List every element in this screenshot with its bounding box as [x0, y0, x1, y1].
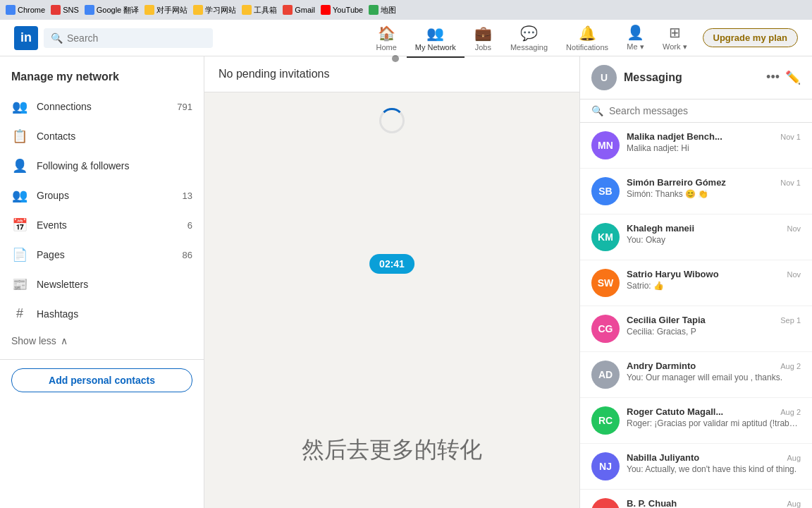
- learning-icon: [193, 5, 203, 15]
- nav-work[interactable]: ⊞ Work ▾: [654, 21, 696, 54]
- sidebar-item-contacts[interactable]: 📋 Contacts: [0, 121, 204, 151]
- maps-icon: [369, 5, 379, 15]
- conversation-time: Aug 2: [780, 362, 801, 370]
- tools-icon: [242, 5, 252, 15]
- conversation-time: Nov 1: [780, 179, 801, 187]
- tab-translate[interactable]: Google 翻译: [85, 5, 140, 16]
- nav-me[interactable]: 👤 Me ▾: [618, 21, 653, 54]
- conversation-body: Roger Catuto Magall... Aug 2 Roger: ¡Gra…: [627, 406, 801, 428]
- main-nav: 🏠 Home 👥 My Network 💼 Jobs 💬 Messaging 🔔…: [367, 21, 798, 54]
- more-options-icon[interactable]: •••: [766, 70, 780, 85]
- message-list-item[interactable]: AD Andry Darminto Aug 2 You: Our manager…: [580, 352, 812, 398]
- main-layout: Manage my network 👥 Connections 791 📋 Co…: [0, 56, 812, 508]
- conversation-body: Malika nadjet Bench... Nov 1 Malika nadj…: [627, 131, 801, 153]
- conversation-time: Aug 2: [780, 408, 801, 416]
- conversation-avatar: RC: [591, 406, 620, 435]
- conversation-preview: You: Our manager will email you , thanks…: [627, 373, 801, 382]
- conversation-time: Aug: [787, 454, 801, 462]
- message-list-item[interactable]: KM Khalegh maneii Nov You: Okay: [580, 214, 812, 260]
- no-pending-banner: No pending invitations: [204, 56, 579, 92]
- conversation-preview: Malika nadjet: Hi: [627, 143, 801, 153]
- nav-my-network[interactable]: 👥 My Network: [407, 22, 465, 54]
- youtube-icon: [321, 5, 331, 15]
- conversation-name: Satrio Haryu Wibowo: [627, 269, 719, 279]
- conversation-time: Nov 1: [780, 133, 801, 141]
- nav-home[interactable]: 🏠 Home: [367, 22, 405, 54]
- sidebar-item-events[interactable]: 📅 Events 6: [0, 210, 204, 240]
- browser-bar: Chrome SNS Google 翻译 对手网站 学习网站 工具箱 Gmail…: [0, 0, 812, 20]
- messaging-title: Messaging: [624, 71, 759, 84]
- conversation-name: B. P. Chuah: [627, 498, 677, 508]
- message-search-bar[interactable]: 🔍: [580, 99, 812, 123]
- sidebar-item-hashtags[interactable]: # Hashtags: [0, 299, 204, 328]
- message-list-item[interactable]: MN Malika nadjet Bench... Nov 1 Malika n…: [580, 123, 812, 169]
- contacts-icon: 📋: [11, 128, 28, 144]
- linkedin-logo[interactable]: in: [14, 26, 38, 50]
- hashtags-icon: #: [11, 306, 28, 321]
- tab-chrome[interactable]: Chrome: [6, 5, 45, 15]
- conversation-name: Malika nadjet Bench...: [627, 131, 722, 142]
- nav-notifications[interactable]: 🔔 Notifications: [558, 22, 617, 54]
- tab-tools[interactable]: 工具箱: [242, 5, 277, 16]
- compose-icon[interactable]: ✏️: [785, 70, 801, 85]
- tab-maps[interactable]: 地图: [369, 5, 396, 16]
- sidebar: Manage my network 👥 Connections 791 📋 Co…: [0, 56, 204, 508]
- nav-messaging[interactable]: 💬 Messaging: [502, 22, 556, 54]
- conversation-time: Nov: [787, 270, 801, 279]
- messaging-header-icons: ••• ✏️: [766, 70, 801, 85]
- conversation-preview: Roger: ¡Gracias por validar mi aptitud (…: [627, 418, 801, 428]
- messaging-panel: U Messaging ••• ✏️ 🔍 MN Malika nadjet Be…: [579, 56, 812, 508]
- linkedin-header: in 🔍 🏠 Home 👥 My Network 💼 Jobs 💬 Messag…: [0, 20, 812, 56]
- search-bar[interactable]: 🔍: [44, 28, 213, 48]
- chinese-text-overlay: 然后去更多的转化: [302, 435, 482, 466]
- message-search-input[interactable]: [609, 105, 801, 116]
- search-icon: 🔍: [51, 32, 63, 44]
- message-list-item[interactable]: SB Simón Barreiro Gómez Nov 1 Simón: Tha…: [580, 169, 812, 214]
- sidebar-item-newsletters[interactable]: 📰 Newsletters: [0, 270, 204, 299]
- conversation-preview: You: Actually, we don't have this kind o…: [627, 464, 801, 474]
- work-icon: ⊞: [669, 24, 681, 41]
- tab-competitor[interactable]: 对手网站: [144, 5, 187, 16]
- sidebar-item-connections[interactable]: 👥 Connections 791: [0, 92, 204, 121]
- nav-jobs[interactable]: 💼 Jobs: [466, 22, 500, 54]
- conversation-name: Nabilla Juliyanto: [627, 452, 699, 463]
- add-contacts-button[interactable]: Add personal contacts: [11, 368, 192, 392]
- conversation-time: Aug: [787, 500, 801, 508]
- conversation-body: Satrio Haryu Wibowo Nov Satrio: 👍: [627, 269, 801, 291]
- conversation-preview: Satrio: 👍: [627, 281, 801, 291]
- upgrade-button[interactable]: Upgrade my plan: [703, 28, 798, 47]
- sns-icon: [51, 5, 61, 15]
- sidebar-divider: [0, 359, 204, 360]
- tab-sns[interactable]: SNS: [51, 5, 79, 15]
- conversation-avatar: AD: [591, 361, 620, 389]
- conversation-body: B. P. Chuah Aug: [627, 498, 801, 508]
- conversation-avatar: SB: [591, 177, 620, 205]
- tab-learning[interactable]: 学习网站: [193, 5, 236, 16]
- conversation-avatar: SW: [591, 269, 620, 297]
- conversation-body: Simón Barreiro Gómez Nov 1 Simón: Thanks…: [627, 177, 801, 199]
- conversation-avatar: NJ: [591, 452, 620, 480]
- message-list: MN Malika nadjet Bench... Nov 1 Malika n…: [580, 123, 812, 508]
- conversation-preview: You: Okay: [627, 235, 801, 245]
- tab-gmail[interactable]: Gmail: [283, 5, 315, 15]
- following-icon: 👤: [11, 158, 28, 174]
- conversation-body: Andry Darminto Aug 2 You: Our manager wi…: [627, 361, 801, 382]
- message-list-item[interactable]: BC B. P. Chuah Aug: [580, 490, 812, 508]
- conversation-avatar: KM: [591, 223, 620, 251]
- search-input[interactable]: [67, 32, 194, 44]
- me-icon: 👤: [627, 24, 644, 41]
- message-list-item[interactable]: SW Satrio Haryu Wibowo Nov Satrio: 👍: [580, 260, 812, 306]
- message-list-item[interactable]: NJ Nabilla Juliyanto Aug You: Actually, …: [580, 444, 812, 490]
- conversation-name: Simón Barreiro Gómez: [627, 177, 726, 188]
- message-list-item[interactable]: CG Cecilia Giler Tapia Sep 1 Cecilia: Gr…: [580, 306, 812, 352]
- conversation-name: Khalegh maneii: [627, 223, 694, 234]
- sidebar-item-groups[interactable]: 👥 Groups 13: [0, 181, 204, 210]
- home-icon: 🏠: [378, 25, 395, 42]
- message-list-item[interactable]: RC Roger Catuto Magall... Aug 2 Roger: ¡…: [580, 398, 812, 444]
- jobs-icon: 💼: [474, 25, 492, 42]
- sidebar-item-pages[interactable]: 📄 Pages 86: [0, 240, 204, 270]
- message-search-icon: 🔍: [591, 105, 603, 116]
- show-less-button[interactable]: Show less ∧: [0, 328, 204, 353]
- sidebar-item-following[interactable]: 👤 Following & followers: [0, 151, 204, 181]
- tab-youtube[interactable]: YouTube: [321, 5, 363, 15]
